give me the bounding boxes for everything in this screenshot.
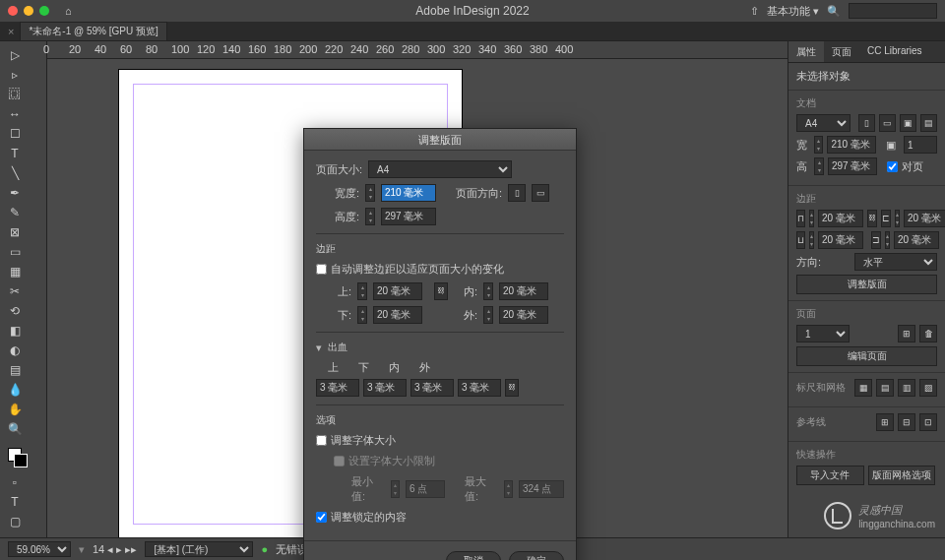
ruler-grid-2-icon[interactable]: ▤ [876,379,894,397]
dialog-margin-bottom-input[interactable] [373,306,422,324]
ruler-grid-3-icon[interactable]: ▥ [898,379,915,397]
page-preset-select[interactable]: A4 [796,114,850,132]
auto-adjust-margin-check[interactable] [316,264,327,275]
share-icon[interactable]: ⇧ [750,5,759,18]
adjust-font-size-check[interactable] [316,435,327,446]
content-collector-tool[interactable]: ☐ [1,124,29,144]
bleed-link-icon[interactable]: ⛓ [505,379,519,397]
dialog-orientation-portrait-icon[interactable]: ▯ [508,184,526,202]
dialog-orientation-landscape-icon[interactable]: ▭ [532,184,549,202]
edit-page-button[interactable]: 编辑页面 [796,346,937,366]
page-count-input[interactable] [904,136,937,154]
note-tool[interactable]: ▤ [1,360,29,380]
dialog-width-input[interactable] [381,184,436,202]
free-transform-tool[interactable]: ⟲ [1,301,29,321]
gradient-feather-tool[interactable]: ◐ [1,341,29,360]
pen-tool[interactable]: ✒ [1,183,29,203]
zoom-select[interactable]: 59.06% [8,541,71,557]
margin-inside-input[interactable] [904,210,945,227]
maximize-window[interactable] [39,6,49,16]
quick-section-title: 快速操作 [796,448,937,462]
default-fill-stroke[interactable]: ▫ [1,472,29,492]
binding-ltr-icon[interactable]: ▣ [900,114,916,132]
dialog-margin-inside-input[interactable] [499,282,548,300]
guides-3-icon[interactable]: ⊡ [919,413,937,431]
ruler-grid-4-icon[interactable]: ▨ [919,379,937,397]
binding-rtl-icon[interactable]: ▤ [920,114,937,132]
tab-properties[interactable]: 属性 [788,41,824,62]
width-spinner[interactable]: ▴▾ [814,136,824,154]
dialog-margin-outside-input[interactable] [499,306,548,324]
width-label: 宽 [796,138,810,153]
guides-section-title: 参考线 [796,415,826,429]
orientation-landscape-icon[interactable]: ▭ [879,114,896,132]
close-window[interactable] [8,6,18,16]
document-tab[interactable]: *未命名-1 @ 59% [GPU 预览] [20,22,166,41]
tab-cc-libraries[interactable]: CC Libraries [859,41,930,62]
page-tool[interactable]: ⿴ [1,85,29,104]
cancel-button[interactable]: 取消 [446,551,501,560]
search-input[interactable] [849,3,937,19]
new-page-icon[interactable]: ⊞ [898,325,915,342]
orientation-portrait-icon[interactable]: ▯ [858,114,875,132]
height-input[interactable] [828,157,877,175]
dialog-height-input[interactable] [381,208,436,225]
hand-tool[interactable]: ✋ [1,400,29,419]
options-title: 选项 [316,413,564,427]
guides-2-icon[interactable]: ⊟ [898,413,915,431]
margin-top-icon: ⊓ [796,210,805,227]
minimize-window[interactable] [24,6,33,16]
bleed-bottom-input[interactable] [363,379,407,397]
pencil-tool[interactable]: ✎ [1,203,29,222]
screen-mode[interactable]: ▢ [1,512,29,531]
gap-tool[interactable]: ↔ [1,104,29,124]
horizontal-ruler[interactable]: 0204060801001201401601802002202402602803… [47,41,788,58]
width-input[interactable] [827,136,876,154]
dialog-margin-link-icon[interactable]: ⛓ [434,282,448,300]
rectangle-tool[interactable]: ▭ [1,242,29,262]
adjust-layout-button[interactable]: 调整版面 [796,275,937,294]
delete-page-icon[interactable]: 🗑 [919,325,937,342]
workspace-selector[interactable]: 基本功能 ▾ [767,4,819,19]
dialog-width-label: 宽度: [316,186,359,201]
bleed-inside-input[interactable] [410,379,454,397]
tab-pages[interactable]: 页面 [824,41,859,62]
guides-1-icon[interactable]: ⊞ [876,413,894,431]
eyedropper-tool[interactable]: 💧 [1,380,29,400]
margin-top-input[interactable] [818,210,863,227]
current-page-select[interactable]: 1 [796,325,850,342]
home-icon[interactable]: ⌂ [65,5,72,17]
bleed-top-input[interactable] [316,379,359,397]
page-size-select[interactable]: A4 [368,160,512,178]
table-tool[interactable]: ▦ [1,262,29,281]
zoom-tool[interactable]: 🔍 [1,419,29,439]
close-tab-icon[interactable]: × [8,26,14,37]
vertical-ruler[interactable] [30,59,47,537]
margin-link-icon[interactable]: ⛓ [867,210,877,227]
fill-stroke-swatch[interactable] [1,443,29,467]
orientation-select[interactable]: 水平 [854,253,937,271]
ok-button[interactable]: 确定 [509,551,564,560]
rectangle-frame-tool[interactable]: ⊠ [1,222,29,242]
scissors-tool[interactable]: ✂ [1,281,29,301]
bleed-outside-input[interactable] [458,379,501,397]
ruler-grid-1-icon[interactable]: ▦ [854,379,872,397]
bleed-section-toggle[interactable]: ▾ [316,342,322,354]
selection-tool[interactable]: ▷ [1,45,29,65]
layer-select[interactable]: [基本] (工作) [145,541,253,557]
type-tool[interactable]: T [1,144,29,163]
adjust-locked-check[interactable] [316,512,327,523]
direct-selection-tool[interactable]: ▹ [1,65,29,85]
line-tool[interactable]: ╲ [1,163,29,183]
height-spinner[interactable]: ▴▾ [814,157,824,175]
grid-options-button[interactable]: 版面网格选项 [868,466,936,485]
adjust-layout-dialog: 调整版面 页面大小: A4 宽度: ▴▾ 页面方向: ▯ ▭ 高度: ▴▾ 边距… [303,128,577,560]
gradient-swatch-tool[interactable]: ◧ [1,321,29,341]
formatting-container[interactable]: T [1,492,29,512]
import-file-button[interactable]: 导入文件 [796,466,864,485]
margin-bottom-input[interactable] [818,231,863,249]
facing-pages-check[interactable] [887,161,898,172]
page-orientation-label: 页面方向: [456,186,502,201]
dialog-margin-top-input[interactable] [373,282,422,300]
margin-outside-input[interactable] [894,231,939,249]
